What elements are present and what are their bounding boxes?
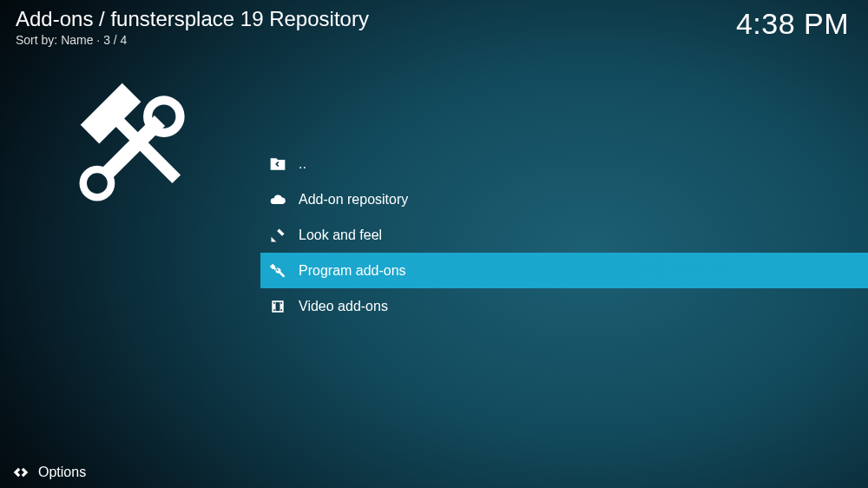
list-item-addon-repository[interactable]: Add-on repository	[260, 181, 868, 217]
film-icon	[266, 298, 290, 315]
list-item-look-and-feel[interactable]: Look and feel	[260, 217, 868, 253]
footer: Options	[0, 457, 868, 488]
list-item-program-addons[interactable]: Program add-ons	[260, 253, 868, 288]
list-item-label: Program add-ons	[299, 263, 406, 279]
options-button[interactable]: Options	[38, 465, 86, 480]
list-item-parent[interactable]: ..	[260, 146, 868, 181]
tools-icon	[65, 68, 213, 219]
options-icon	[10, 465, 31, 480]
skin-icon	[266, 227, 290, 244]
left-panel	[0, 0, 260, 488]
list-item-video-addons[interactable]: Video add-ons	[260, 288, 868, 324]
item-thumbnail	[65, 69, 213, 217]
clock: 4:38 PM	[736, 7, 849, 41]
folder-back-icon	[266, 155, 290, 173]
list-item-label: Video add-ons	[299, 299, 388, 314]
cloud-icon	[266, 191, 290, 208]
list-item-label: Add-on repository	[299, 192, 408, 208]
addon-category-list: .. Add-on repository Look and feel Progr…	[260, 146, 868, 324]
list-item-label: ..	[299, 156, 306, 172]
list-item-label: Look and feel	[299, 228, 382, 243]
tools-icon	[266, 262, 290, 280]
